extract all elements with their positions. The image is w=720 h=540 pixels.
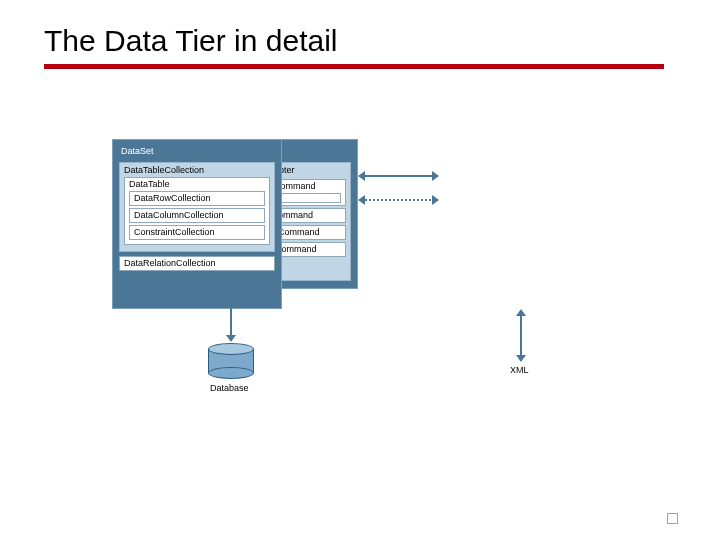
datatablecollection-box: DataTableCollection DataTable DataRowCol… — [119, 162, 275, 252]
arrow-provider-dataset-bot — [362, 199, 434, 201]
xml-label: XML — [510, 365, 529, 375]
arrowhead-pd-bot-right — [432, 195, 439, 205]
arrowhead-provider-db-up — [226, 289, 236, 296]
dataset-title: DataSet — [117, 144, 277, 160]
datatable-label: DataTable — [129, 179, 170, 189]
dtc-label: DataTableCollection — [124, 165, 204, 175]
arrowhead-dataset-xml-down — [516, 355, 526, 362]
datarowcollection-box: DataRowCollection — [129, 191, 265, 206]
diagram-area: .NET Data Provider Connection Transactio… — [112, 139, 642, 419]
arrowhead-pd-bot-left — [358, 195, 365, 205]
database-icon — [208, 343, 254, 379]
slide-title: The Data Tier in detail — [44, 24, 680, 58]
datatable-box: DataTable DataRowCollection DataColumnCo… — [124, 177, 270, 245]
database-label: Database — [210, 383, 249, 393]
arrowhead-dataset-xml-up — [516, 309, 526, 316]
arrow-dataset-xml — [520, 313, 522, 357]
datacolumncollection-box: DataColumnCollection — [129, 208, 265, 223]
arrowhead-pd-top-right — [432, 171, 439, 181]
slide: The Data Tier in detail .NET Data Provid… — [0, 0, 720, 540]
constraintcollection-box: ConstraintCollection — [129, 225, 265, 240]
arrowhead-provider-db-down — [226, 335, 236, 342]
dataset-panel: DataSet DataTableCollection DataTable Da… — [112, 139, 282, 309]
footer-square-icon — [667, 513, 678, 524]
arrow-provider-dataset-top — [362, 175, 434, 177]
datarelationcollection-box: DataRelationCollection — [119, 256, 275, 271]
arrow-provider-db — [230, 293, 232, 337]
title-underline — [44, 64, 664, 69]
arrowhead-pd-top-left — [358, 171, 365, 181]
